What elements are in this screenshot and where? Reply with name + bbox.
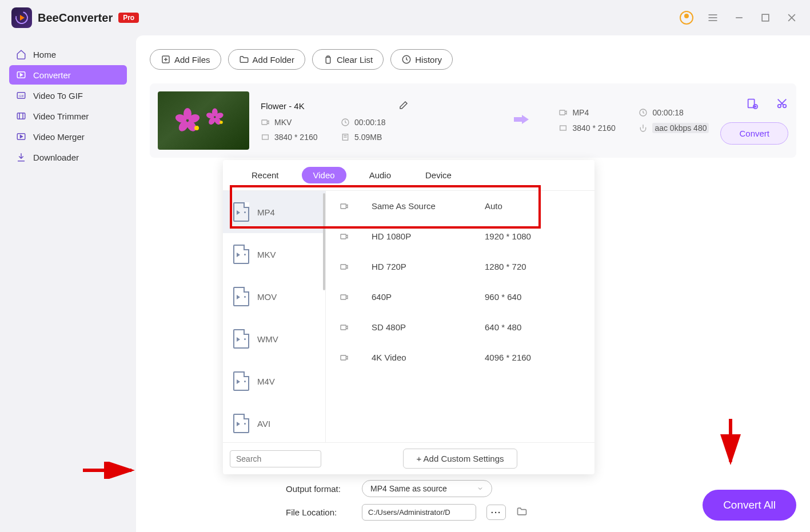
format-list: MP4MKVMOVWMVM4VAVI (223, 191, 326, 442)
format-item-mkv[interactable]: MKV (223, 233, 325, 275)
clear-list-button[interactable]: Clear List (312, 49, 384, 70)
file-item: Flower - 4K MKV 00:00:18 3840 * 2160 5.0… (150, 83, 796, 158)
sidebar-item-video-merger[interactable]: Video Merger (9, 127, 127, 146)
item-title: Flower - 4K (261, 101, 305, 111)
app-logo (11, 7, 32, 28)
convert-button[interactable]: Convert (720, 122, 788, 145)
svg-rect-4 (762, 14, 769, 21)
history-button[interactable]: History (390, 49, 453, 70)
arrow-icon (513, 113, 530, 129)
sidebar-item-label: Converter (33, 70, 71, 80)
open-folder-icon[interactable] (516, 506, 528, 519)
svg-text:GIF: GIF (19, 94, 25, 98)
tab-video[interactable]: Video (302, 167, 346, 183)
src-resolution: 3840 * 2160 (274, 133, 318, 142)
add-custom-settings-button[interactable]: + Add Custom Settings (403, 449, 517, 469)
dst-audio: aac 0kbps 480 (652, 123, 709, 133)
resolution-item[interactable]: HD 1080P1920 * 1080 (326, 221, 594, 251)
add-files-button[interactable]: Add Files (150, 49, 221, 70)
item-trim-icon[interactable] (776, 97, 788, 112)
dst-container: MP4 (572, 108, 589, 117)
format-item-mov[interactable]: MOV (223, 275, 325, 318)
format-item-avi[interactable]: AVI (223, 402, 325, 445)
svg-rect-34 (341, 234, 346, 239)
sidebar-item-downloader[interactable]: Downloader (9, 147, 127, 167)
dst-duration: 00:00:18 (652, 108, 684, 117)
svg-rect-33 (341, 204, 346, 209)
svg-rect-35 (341, 265, 346, 269)
sidebar-item-label: Video Merger (33, 132, 85, 142)
format-popup: Recent Video Audio Device MP4MKVMOVWMVM4… (223, 160, 594, 474)
sidebar-item-label: Video To GIF (33, 91, 83, 101)
converter-icon (16, 70, 26, 80)
resolution-item[interactable]: SD 480P640 * 480 (326, 312, 594, 342)
pro-badge: Pro (118, 13, 139, 23)
sidebar-item-home[interactable]: Home (9, 45, 127, 64)
file-location-field[interactable]: C:/Users/Administrator/D (362, 504, 476, 521)
maximize-icon[interactable] (759, 11, 772, 25)
sidebar: Home Converter GIFVideo To GIF Video Tri… (0, 35, 136, 532)
trimmer-icon (16, 111, 26, 121)
convert-all-button[interactable]: Convert All (703, 490, 796, 521)
src-size: 5.09MB (354, 133, 382, 142)
download-icon (16, 152, 26, 162)
sidebar-item-video-to-gif[interactable]: GIFVideo To GIF (9, 86, 127, 105)
minimize-icon[interactable] (732, 11, 746, 25)
tab-audio[interactable]: Audio (358, 167, 402, 183)
svg-rect-20 (262, 120, 267, 125)
merger-icon (16, 131, 26, 142)
svg-rect-22 (262, 135, 269, 139)
user-icon[interactable] (680, 11, 693, 25)
sidebar-item-video-trimmer[interactable]: Video Trimmer (9, 106, 127, 126)
search-input[interactable] (230, 450, 321, 467)
gif-icon: GIF (16, 90, 26, 101)
svg-rect-28 (560, 126, 566, 130)
app-name: BeeConverter (38, 11, 113, 25)
sidebar-item-label: Video Trimmer (33, 111, 89, 121)
add-folder-button[interactable]: Add Folder (228, 49, 305, 70)
file-location-label: File Location: (286, 507, 352, 517)
resolution-list: Same As SourceAutoHD 1080P1920 * 1080HD … (326, 191, 594, 442)
format-item-mp4[interactable]: MP4 (223, 191, 325, 233)
output-format-dropdown[interactable]: MP4 Same as source (362, 480, 492, 497)
src-container: MKV (274, 118, 292, 127)
tab-recent[interactable]: Recent (240, 167, 290, 183)
src-duration: 00:00:18 (354, 118, 386, 127)
output-format-label: Output format: (286, 484, 352, 494)
resolution-item[interactable]: HD 720P1280 * 720 (326, 251, 594, 282)
resolution-item[interactable]: 640P960 * 640 (326, 282, 594, 312)
svg-rect-11 (17, 113, 25, 119)
svg-rect-36 (341, 295, 346, 299)
resolution-item[interactable]: 4K Video4096 * 2160 (326, 342, 594, 373)
format-item-wmv[interactable]: WMV (223, 318, 325, 360)
tab-device[interactable]: Device (414, 167, 463, 183)
resolution-item[interactable]: Same As SourceAuto (326, 191, 594, 221)
svg-rect-38 (341, 355, 346, 360)
menu-icon[interactable] (706, 11, 720, 25)
sidebar-item-converter[interactable]: Converter (9, 65, 127, 85)
item-settings-icon[interactable] (746, 97, 759, 112)
svg-marker-8 (21, 74, 23, 77)
svg-rect-26 (560, 110, 565, 115)
more-button[interactable]: ··· (486, 505, 506, 520)
close-icon[interactable] (785, 11, 799, 25)
format-item-m4v[interactable]: M4V (223, 360, 325, 402)
video-thumbnail[interactable] (158, 91, 249, 150)
svg-rect-37 (341, 325, 346, 330)
svg-marker-15 (21, 135, 23, 138)
home-icon (16, 49, 26, 59)
edit-title-icon[interactable] (398, 100, 409, 112)
sidebar-item-label: Downloader (33, 153, 79, 162)
sidebar-item-label: Home (33, 50, 56, 59)
dst-resolution: 3840 * 2160 (572, 123, 616, 133)
